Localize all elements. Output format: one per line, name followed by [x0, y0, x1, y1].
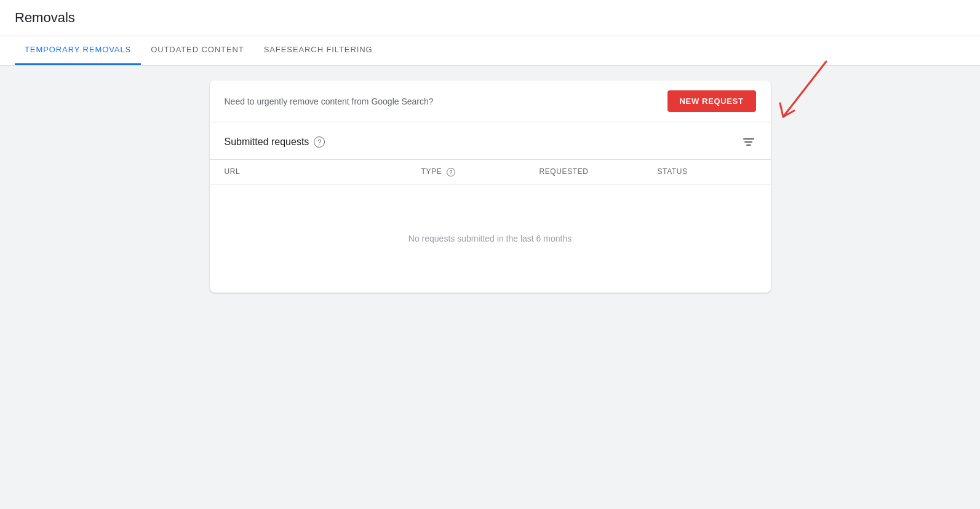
col-header-status: Status [658, 167, 756, 176]
requests-header: Submitted requests ? [210, 122, 771, 160]
col-header-type: Type ? [421, 167, 540, 176]
page-title: Removals [15, 10, 965, 26]
requests-title-row: Submitted requests ? [225, 136, 325, 148]
tab-outdated-content[interactable]: OUTDATED CONTENT [141, 36, 254, 65]
requests-title: Submitted requests [225, 136, 309, 148]
help-icon[interactable]: ? [314, 136, 325, 148]
banner-text: Need to urgently remove content from Goo… [225, 97, 434, 106]
tab-temporary-removals[interactable]: TEMPORARY REMOVALS [15, 36, 141, 65]
col-header-requested: Requested [540, 167, 658, 176]
type-help-icon[interactable]: ? [447, 168, 455, 176]
page-header: Removals [0, 0, 980, 36]
tab-bar: TEMPORARY REMOVALS OUTDATED CONTENT SAFE… [0, 36, 980, 66]
banner-row: Need to urgently remove content from Goo… [210, 81, 771, 122]
empty-state: No requests submitted in the last 6 mont… [210, 184, 771, 293]
table-header: URL Type ? Requested Status [210, 160, 771, 184]
main-card: Need to urgently remove content from Goo… [210, 81, 771, 293]
tab-safesearch-filtering[interactable]: SAFESEARCH FILTERING [254, 36, 383, 65]
submitted-requests-section: Submitted requests ? URL Type ? Requeste… [210, 122, 771, 293]
main-content: Need to urgently remove content from Goo… [195, 81, 786, 293]
col-header-url: URL [225, 167, 421, 176]
filter-icon[interactable] [741, 135, 756, 149]
new-request-button[interactable]: NEW REQUEST [667, 90, 756, 112]
